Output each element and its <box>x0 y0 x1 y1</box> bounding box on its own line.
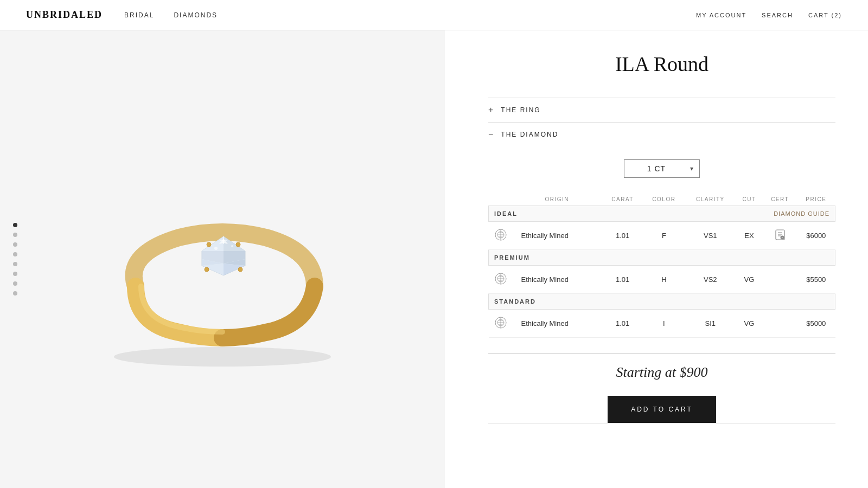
header-left: UNBRIDALED BRIDAL DIAMONDS <box>26 9 218 21</box>
ideal-row-0: Ethically Mined 1.01 F VS1 EX <box>489 222 835 250</box>
diamond-accordion-label: THE DIAMOND <box>501 131 558 138</box>
main-content: ILA Round + THE RING − THE DIAMOND 0.5 C… <box>0 30 868 488</box>
nav-diamonds[interactable]: DIAMONDS <box>174 11 218 19</box>
carousel-dot-0[interactable] <box>13 223 17 227</box>
standard-row-0: Ethically Mined 1.01 I SI1 VG $5000 <box>489 310 835 338</box>
svg-point-22 <box>205 267 209 272</box>
product-title: ILA Round <box>488 52 835 76</box>
carousel-dot-6[interactable] <box>13 281 17 286</box>
tier-premium-label: PREMIUM <box>494 254 530 261</box>
tier-ideal-label: IDEAL <box>494 210 518 217</box>
th-carat: CARAT <box>602 193 642 206</box>
standard-carat: 1.01 <box>602 310 642 338</box>
ideal-cert: ✓ <box>763 222 797 250</box>
cert-badge-icon: ✓ <box>774 229 786 241</box>
accordion-the-ring: + THE RING <box>488 98 835 122</box>
carousel-dot-2[interactable] <box>13 242 17 247</box>
carat-selector-row: 0.5 CT 0.75 CT 1 CT 1.25 CT 1.5 CT 2 CT <box>488 159 835 178</box>
tier-standard: STANDARD <box>489 294 835 310</box>
product-image-panel <box>0 30 445 488</box>
search-link[interactable]: SEARCH <box>762 12 793 18</box>
premium-cut: VG <box>736 266 763 294</box>
th-origin: ORIGIN <box>513 193 603 206</box>
diamond-table: ORIGIN CARAT COLOR CLARITY CUT CERT PRIC… <box>488 193 835 338</box>
svg-point-16 <box>214 247 218 250</box>
ideal-carat: 1.01 <box>602 222 642 250</box>
svg-point-23 <box>238 267 242 272</box>
svg-text:✓: ✓ <box>781 236 783 239</box>
th-cut: CUT <box>736 193 763 206</box>
nav-bridal[interactable]: BRIDAL <box>124 11 154 19</box>
carousel-dots <box>13 223 17 296</box>
premium-cert <box>763 266 797 294</box>
ideal-origin: Ethically Mined <box>513 222 603 250</box>
th-color: COLOR <box>643 193 685 206</box>
diamond-toggle-icon: − <box>488 130 494 139</box>
standard-price: $5000 <box>797 310 835 338</box>
standard-gem-icon <box>489 310 513 338</box>
premium-gem-icon <box>489 266 513 294</box>
standard-origin: Ethically Mined <box>513 310 603 338</box>
premium-carat: 1.01 <box>602 266 642 294</box>
header-right: MY ACCOUNT SEARCH CART (2) <box>696 12 842 18</box>
carat-select-wrapper: 0.5 CT 0.75 CT 1 CT 1.25 CT 1.5 CT 2 CT <box>624 159 700 178</box>
my-account-link[interactable]: MY ACCOUNT <box>696 12 746 18</box>
header: UNBRIDALED BRIDAL DIAMONDS MY ACCOUNT SE… <box>0 0 868 30</box>
diamond-table-body: IDEAL Diamond Guide <box>489 206 835 338</box>
ring-toggle-icon: + <box>488 106 494 114</box>
ideal-price: $6000 <box>797 222 835 250</box>
accordion-header-ring[interactable]: + THE RING <box>488 98 835 122</box>
ideal-clarity: VS1 <box>685 222 736 250</box>
premium-price: $5500 <box>797 266 835 294</box>
standard-clarity: SI1 <box>685 310 736 338</box>
svg-point-0 <box>114 347 331 367</box>
th-cert: CERT <box>763 193 797 206</box>
ideal-color: F <box>643 222 685 250</box>
standard-cert <box>763 310 797 338</box>
logo[interactable]: UNBRIDALED <box>26 9 103 21</box>
standard-cut: VG <box>736 310 763 338</box>
diamond-section: 0.5 CT 0.75 CT 1 CT 1.25 CT 1.5 CT 2 CT <box>488 146 835 423</box>
carat-select[interactable]: 0.5 CT 0.75 CT 1 CT 1.25 CT 1.5 CT 2 CT <box>624 159 700 178</box>
carousel-dot-5[interactable] <box>13 272 17 276</box>
th-clarity: CLARITY <box>685 193 736 206</box>
ideal-cut: EX <box>736 222 763 250</box>
cart-link[interactable]: CART (2) <box>808 12 842 18</box>
accordion-header-diamond[interactable]: − THE DIAMOND <box>488 123 835 146</box>
premium-color: H <box>643 266 685 294</box>
svg-point-17 <box>231 245 233 247</box>
starting-price: Starting at $900 <box>488 364 835 381</box>
diamond-guide-link[interactable]: Diamond Guide <box>774 210 829 217</box>
ideal-gem-icon <box>489 222 513 250</box>
standard-color: I <box>643 310 685 338</box>
product-details-panel: ILA Round + THE RING − THE DIAMOND 0.5 C… <box>445 30 868 488</box>
carousel-dot-3[interactable] <box>13 252 17 256</box>
tier-premium: PREMIUM <box>489 250 835 266</box>
premium-origin: Ethically Mined <box>513 266 603 294</box>
tier-standard-label: STANDARD <box>494 298 536 305</box>
premium-clarity: VS2 <box>685 266 736 294</box>
th-icon <box>489 193 513 206</box>
table-header-row: ORIGIN CARAT COLOR CLARITY CUT CERT PRIC… <box>489 193 835 206</box>
section-divider <box>488 353 835 354</box>
accordion-the-diamond: − THE DIAMOND 0.5 CT 0.75 CT 1 CT 1.25 C… <box>488 122 835 423</box>
product-image <box>81 145 363 373</box>
add-to-cart-button[interactable]: ADD TO CART <box>608 396 716 423</box>
carousel-dot-7[interactable] <box>13 291 17 296</box>
ring-accordion-label: THE RING <box>501 106 540 114</box>
premium-row-0: Ethically Mined 1.01 H VS2 VG $5500 <box>489 266 835 294</box>
th-price: PRICE <box>797 193 835 206</box>
svg-point-21 <box>236 242 240 247</box>
carousel-dot-1[interactable] <box>13 233 17 237</box>
svg-point-20 <box>207 242 211 247</box>
carousel-dot-4[interactable] <box>13 262 17 266</box>
tier-ideal: IDEAL Diamond Guide <box>489 206 835 222</box>
main-nav: BRIDAL DIAMONDS <box>124 11 218 19</box>
